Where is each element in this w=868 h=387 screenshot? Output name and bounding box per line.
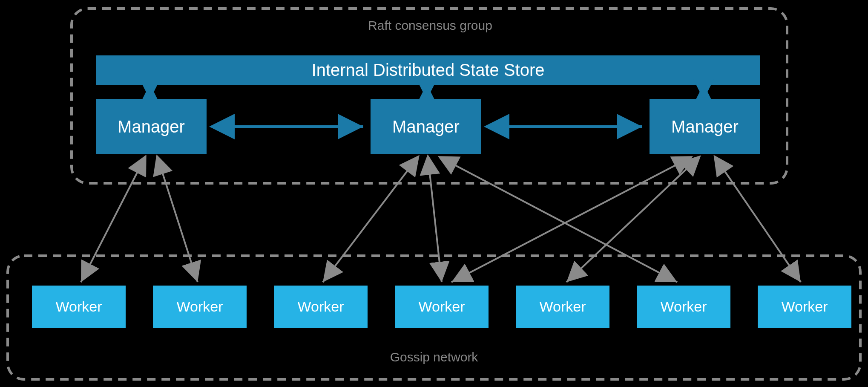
- raft-group-title: Raft consensus group: [368, 18, 492, 32]
- worker-label-1: Worker: [177, 298, 223, 315]
- mgr2-wkr4-link: [566, 158, 698, 282]
- worker-label-3: Worker: [419, 298, 465, 315]
- mgr0-wkr1-link: [158, 158, 198, 282]
- worker-label-5: Worker: [661, 298, 707, 315]
- worker-label-6: Worker: [782, 298, 828, 315]
- mgr1-wkr5-link: [441, 158, 677, 282]
- mgr2-wkr6-link: [716, 158, 801, 282]
- worker-label-2: Worker: [298, 298, 344, 315]
- mgr1-wkr3-link: [428, 158, 442, 282]
- state-store-label: Internal Distributed State Store: [312, 61, 545, 79]
- mgr2-wkr3-link: [451, 158, 690, 282]
- manager-label-2: Manager: [671, 117, 739, 136]
- mgr0-wkr0-link: [81, 158, 145, 282]
- manager-label-0: Manager: [118, 117, 185, 136]
- mgr1-wkr2-link: [323, 158, 417, 282]
- manager-label-1: Manager: [392, 117, 460, 136]
- gossip-group-title: Gossip network: [390, 350, 479, 364]
- raft-group-border: [72, 9, 787, 183]
- worker-label-0: Worker: [56, 298, 102, 315]
- diagram-svg: Raft consensus group Internal Distribute…: [0, 0, 868, 387]
- worker-label-4: Worker: [540, 298, 586, 315]
